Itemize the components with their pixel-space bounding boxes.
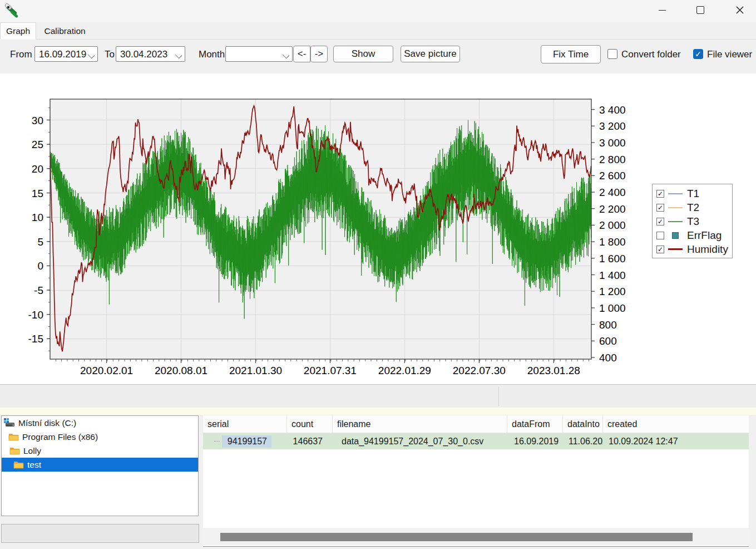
svg-text:3 400: 3 400 xyxy=(599,104,626,116)
show-button[interactable]: Show xyxy=(333,46,393,62)
table-row[interactable]: 94199157 146637 data_94199157_2024_07_30… xyxy=(203,433,749,449)
svg-text:-5: -5 xyxy=(34,285,43,296)
from-date-combobox[interactable]: 16.09.2019 xyxy=(34,46,98,62)
svg-text:10: 10 xyxy=(32,212,43,223)
month-label: Month xyxy=(199,46,225,63)
legend-checkbox-humidity[interactable]: ✓ xyxy=(656,246,664,253)
legend-marker-t3 xyxy=(668,221,683,222)
svg-text:5: 5 xyxy=(37,236,43,248)
fix-time-button[interactable]: Fix Time xyxy=(541,45,601,63)
cell-created: 10.09.2024 12:47 xyxy=(603,437,749,447)
cell-datainto: 11.06.2023 xyxy=(563,437,603,447)
tree-item-test[interactable]: test xyxy=(2,458,198,472)
svg-text:25: 25 xyxy=(32,139,43,150)
chevron-down-icon xyxy=(175,52,182,59)
cell-serial[interactable]: 94199157 xyxy=(222,435,271,448)
legend-item-humidity[interactable]: ✓ Humidity xyxy=(653,242,732,256)
to-date-combobox[interactable]: 30.04.2023 xyxy=(116,46,185,62)
legend-checkbox-errflag[interactable] xyxy=(656,232,664,239)
tree-item-disk-c[interactable]: Místní disk (C:) xyxy=(2,416,198,430)
svg-text:400: 400 xyxy=(599,352,617,364)
svg-text:1 400: 1 400 xyxy=(599,269,626,281)
column-header-count[interactable]: count xyxy=(287,415,333,433)
chart-svg: 302520151050-5-10-153 4003 2003 0002 800… xyxy=(0,73,756,384)
legend-item-t2[interactable]: ✓ T2 xyxy=(653,200,732,214)
column-header-datainto[interactable]: dataInto xyxy=(563,415,603,433)
svg-text:2022.01.29: 2022.01.29 xyxy=(378,365,431,376)
svg-text:30: 30 xyxy=(32,115,43,126)
chevron-down-icon xyxy=(88,52,95,59)
svg-text:3 000: 3 000 xyxy=(599,137,626,149)
svg-text:15: 15 xyxy=(32,188,43,199)
minimize-icon xyxy=(659,10,666,11)
svg-text:2 600: 2 600 xyxy=(599,170,626,182)
tab-graph[interactable]: Graph xyxy=(0,22,36,40)
column-header-filename[interactable]: filename xyxy=(333,415,507,433)
folder-tree: Místní disk (C:) Program Files (x86) Lol… xyxy=(1,415,199,516)
chart-legend: ✓ T1 ✓ T2 ✓ T3 ErrFlag ✓ Humidity xyxy=(652,184,733,258)
svg-text:600: 600 xyxy=(599,335,617,347)
legend-checkbox-t2[interactable]: ✓ xyxy=(656,204,664,212)
status-strip-separator xyxy=(498,387,499,406)
legend-marker-errflag xyxy=(668,232,683,239)
file-viewer-label: File viewer xyxy=(707,46,752,63)
svg-text:800: 800 xyxy=(599,319,617,331)
legend-label-humidity: Humidity xyxy=(687,243,728,256)
maximize-icon xyxy=(696,6,704,14)
file-viewer-checkbox[interactable]: ✓ xyxy=(693,49,703,59)
svg-text:2020.08.01: 2020.08.01 xyxy=(155,365,207,376)
tab-calibration[interactable]: Calibration xyxy=(39,23,91,39)
from-date-value: 16.09.2019 xyxy=(39,49,86,60)
legend-checkbox-t3[interactable]: ✓ xyxy=(656,218,664,226)
column-header-datafrom[interactable]: dataFrom xyxy=(507,415,563,433)
checkmark-icon: ✓ xyxy=(658,246,663,253)
folder-icon xyxy=(13,460,24,469)
close-icon xyxy=(736,6,744,14)
legend-item-t1[interactable]: ✓ T1 xyxy=(653,187,732,200)
svg-text:1 000: 1 000 xyxy=(599,302,626,314)
tree-item-label: Místní disk (C:) xyxy=(18,418,76,428)
svg-text:2022.07.30: 2022.07.30 xyxy=(453,365,506,376)
svg-text:20: 20 xyxy=(32,163,43,175)
disk-drive-icon xyxy=(4,418,15,428)
convert-folder-checkbox[interactable] xyxy=(607,49,617,59)
file-table-header: serial count filename dataFrom dataInto … xyxy=(203,415,749,433)
legend-item-errflag[interactable]: ErrFlag xyxy=(653,228,732,242)
month-combobox[interactable] xyxy=(225,46,293,62)
svg-text:2 200: 2 200 xyxy=(599,203,626,215)
svg-text:3 200: 3 200 xyxy=(599,120,626,132)
legend-checkbox-t1[interactable]: ✓ xyxy=(656,190,664,198)
scrollbar-thumb[interactable] xyxy=(220,533,693,541)
close-button[interactable] xyxy=(727,1,753,19)
svg-text:2021.01.30: 2021.01.30 xyxy=(229,365,282,376)
legend-label-errflag: ErrFlag xyxy=(687,229,722,242)
checkmark-icon: ✓ xyxy=(658,218,663,226)
status-box xyxy=(1,524,199,543)
title-bar xyxy=(0,0,756,22)
horizontal-scrollbar[interactable] xyxy=(203,528,749,545)
chevron-down-icon xyxy=(283,52,290,59)
cell-count: 146637 xyxy=(287,437,333,447)
legend-item-t3[interactable]: ✓ T3 xyxy=(653,214,732,228)
minimize-button[interactable] xyxy=(649,1,675,19)
svg-text:2023.01.28: 2023.01.28 xyxy=(527,365,580,376)
svg-text:2020.02.01: 2020.02.01 xyxy=(80,365,133,376)
column-header-serial[interactable]: serial xyxy=(203,415,287,433)
tree-item-label: test xyxy=(27,460,41,470)
prev-month-button[interactable]: <- xyxy=(293,46,310,62)
save-picture-button[interactable]: Save picture xyxy=(401,46,460,62)
maximize-button[interactable] xyxy=(688,1,713,19)
tree-item-lolly[interactable]: Lolly xyxy=(2,444,198,458)
panel-top-strip xyxy=(0,408,756,415)
svg-text:2 400: 2 400 xyxy=(599,187,626,198)
legend-marker-t1 xyxy=(668,193,683,194)
row-expand-marker xyxy=(214,441,220,442)
app-logo-icon xyxy=(3,2,21,20)
next-month-button[interactable]: -> xyxy=(310,46,328,62)
tab-bar: Graph Calibration xyxy=(0,22,756,40)
tree-item-program-files[interactable]: Program Files (x86) xyxy=(2,430,198,444)
legend-marker-t2 xyxy=(668,207,683,208)
column-header-created[interactable]: created xyxy=(603,415,749,433)
cell-filename: data_94199157_2024_07_30_0.csv xyxy=(333,437,507,447)
tree-item-label: Program Files (x86) xyxy=(22,432,98,442)
